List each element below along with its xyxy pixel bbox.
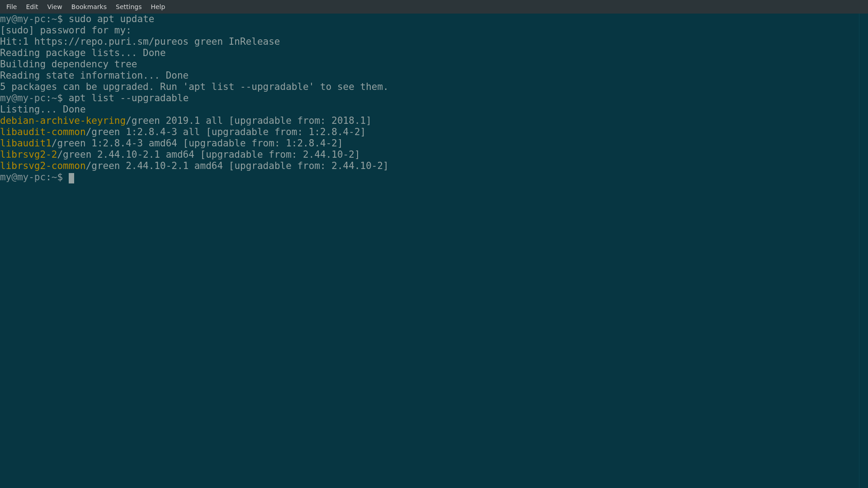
- terminal[interactable]: my@my-pc:~$ sudo apt update[sudo] passwo…: [0, 14, 868, 488]
- package-detail: /green 2.44.10-2.1 amd64 [upgradable fro…: [57, 149, 360, 160]
- package-detail: /green 1:2.8.4-3 all [upgradable from: 1…: [86, 127, 366, 137]
- output-text: Building dependency tree: [0, 59, 177, 70]
- prompt-user-host: my@my-pc: [0, 93, 46, 103]
- output-text: Reading state information... Done: [0, 70, 189, 81]
- menu-bookmarks[interactable]: Bookmarks: [67, 0, 111, 14]
- command-text: apt list --upgradable: [69, 93, 189, 103]
- prompt-sep: :: [46, 14, 52, 24]
- menu-settings[interactable]: Settings: [111, 0, 146, 14]
- terminal-line: librsvg2-common/green 2.44.10-2.1 amd64 …: [0, 160, 868, 172]
- scrollbar[interactable]: [859, 14, 868, 488]
- menubar: FileEditViewBookmarksSettingsHelp: [0, 0, 868, 14]
- package-detail: /green 1:2.8.4-3 amd64 [upgradable from:…: [52, 138, 343, 149]
- package-name: librsvg2-common: [0, 160, 86, 171]
- terminal-line: my@my-pc:~$ sudo apt update: [0, 14, 868, 25]
- prompt-user-host: my@my-pc: [0, 172, 46, 183]
- prompt-user-host: my@my-pc: [0, 14, 46, 24]
- terminal-line: librsvg2-2/green 2.44.10-2.1 amd64 [upgr…: [0, 149, 868, 160]
- output-text: Listing... Done: [0, 104, 86, 115]
- package-name: libaudit1: [0, 138, 52, 149]
- prompt-sigil: $: [57, 14, 68, 24]
- output-text: Reading package lists... Done: [0, 47, 166, 58]
- package-detail: /green 2.44.10-2.1 amd64 [upgradable fro…: [86, 160, 389, 171]
- terminal-line: Listing... Done: [0, 104, 868, 115]
- terminal-line: libaudit1/green 1:2.8.4-3 amd64 [upgrada…: [0, 138, 868, 149]
- package-name: librsvg2-2: [0, 149, 57, 160]
- terminal-line: 5 packages can be upgraded. Run 'apt lis…: [0, 81, 868, 93]
- menu-help[interactable]: Help: [146, 0, 170, 14]
- terminal-line: debian-archive-keyring/green 2019.1 all …: [0, 115, 868, 127]
- menu-file[interactable]: File: [2, 0, 21, 14]
- terminal-line: libaudit-common/green 1:2.8.4-3 all [upg…: [0, 127, 868, 138]
- terminal-content[interactable]: my@my-pc:~$ sudo apt update[sudo] passwo…: [0, 14, 868, 183]
- package-detail: /green 2019.1 all [upgradable from: 2018…: [126, 115, 372, 126]
- prompt-path: ~: [52, 172, 57, 183]
- terminal-line: my@my-pc:~$: [0, 172, 868, 183]
- terminal-line: Reading package lists... Done: [0, 47, 868, 59]
- prompt-sep: :: [46, 93, 52, 103]
- menu-view[interactable]: View: [43, 0, 67, 14]
- package-name: libaudit-common: [0, 127, 86, 137]
- output-text: [sudo] password for my:: [0, 25, 137, 36]
- terminal-line: Reading state information... Done: [0, 70, 868, 81]
- prompt-path: ~: [52, 93, 57, 103]
- prompt-sigil: $: [57, 172, 68, 183]
- menu-edit[interactable]: Edit: [21, 0, 42, 14]
- command-text: sudo apt update: [69, 14, 155, 24]
- cursor: [69, 173, 75, 183]
- prompt-path: ~: [52, 14, 57, 24]
- terminal-line: Building dependency tree: [0, 59, 868, 70]
- output-text: Hit:1 https://repo.puri.sm/pureos green …: [0, 36, 280, 47]
- prompt-sep: :: [46, 172, 52, 183]
- output-text: 5 packages can be upgraded. Run 'apt lis…: [0, 81, 389, 92]
- package-name: debian-archive-keyring: [0, 115, 126, 126]
- prompt-sigil: $: [57, 93, 68, 103]
- terminal-line: [sudo] password for my:: [0, 25, 868, 36]
- terminal-line: Hit:1 https://repo.puri.sm/pureos green …: [0, 36, 868, 47]
- terminal-line: my@my-pc:~$ apt list --upgradable: [0, 93, 868, 104]
